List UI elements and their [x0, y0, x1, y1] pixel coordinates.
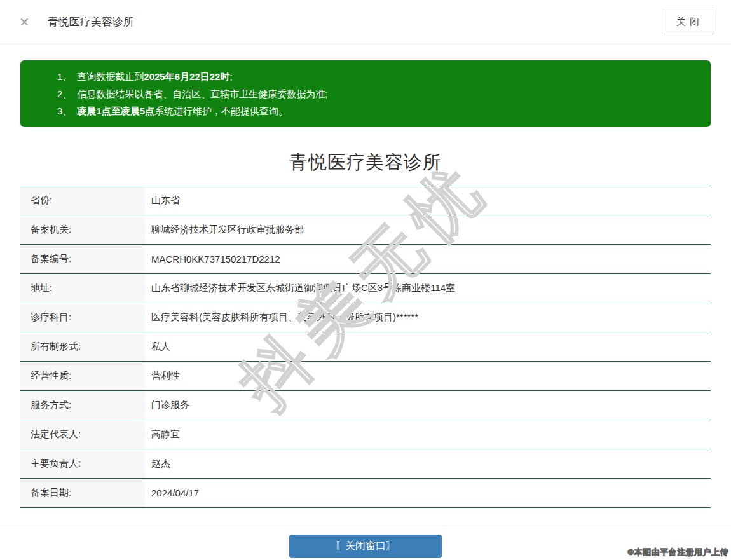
notice-banner: 1、查询数据截止到2025年6月22日22时;2、信息数据结果以各省、自治区、直… [20, 60, 711, 127]
row-label: 服务方式: [20, 391, 145, 420]
notice-item: 1、查询数据截止到2025年6月22日22时; [57, 68, 698, 85]
row-label: 省份: [20, 186, 145, 215]
row-label: 主要负责人: [20, 449, 145, 478]
row-value: 医疗美容科(美容皮肤科所有项目、美容外科一级所有项目)****** [145, 303, 711, 332]
row-value: 私人 [145, 332, 711, 361]
table-row: 省份:山东省 [20, 186, 711, 215]
row-label: 备案编号: [20, 245, 145, 273]
table-row: 主要负责人:赵杰 [20, 449, 711, 478]
header-bar: ✕ 青悦医疗美容诊所 关 闭 [0, 0, 731, 44]
table-row: 服务方式:门诊服务 [20, 390, 711, 420]
copyright-watermark: ©本图由平台注册用户上传 [627, 547, 728, 558]
row-label: 经营性质: [20, 362, 145, 390]
close-window-button[interactable]: 〖关闭窗口〗 [289, 535, 442, 558]
close-x-icon[interactable]: ✕ [19, 16, 30, 29]
table-row: 所有制形式:私人 [20, 332, 711, 361]
row-label: 备案日期: [20, 479, 145, 507]
table-row: 备案机关:聊城经济技术开发区行政审批服务部 [20, 215, 711, 244]
row-label: 法定代表人: [20, 420, 145, 449]
row-value: 山东省聊城经济技术开发区东城街道御润假日广场C区3号栋商业楼114室 [145, 274, 711, 303]
table-row: 备案编号:MACRH0KK737150217D2212 [20, 244, 711, 273]
row-label: 诊疗科目: [20, 303, 145, 332]
row-value: 营利性 [145, 362, 711, 390]
header-title: 青悦医疗美容诊所 [48, 15, 134, 29]
row-value: 赵杰 [145, 449, 711, 478]
row-label: 所有制形式: [20, 332, 145, 361]
close-button[interactable]: 关 闭 [662, 10, 714, 34]
row-value: 山东省 [145, 186, 711, 215]
row-value: MACRH0KK737150217D2212 [145, 245, 711, 273]
clinic-name-title: 青悦医疗美容诊所 [0, 150, 731, 175]
row-value: 2024/04/17 [145, 479, 711, 507]
table-row: 备案日期:2024/04/17 [20, 478, 711, 507]
row-label: 备案机关: [20, 215, 145, 244]
table-row: 诊疗科目:医疗美容科(美容皮肤科所有项目、美容外科一级所有项目)****** [20, 303, 711, 332]
record-modal: ✕ 青悦医疗美容诊所 关 闭 1、查询数据截止到2025年6月22日22时;2、… [0, 0, 731, 558]
table-row: 地址:山东省聊城经济技术开发区东城街道御润假日广场C区3号栋商业楼114室 [20, 273, 711, 303]
detail-table: 省份:山东省备案机关:聊城经济技术开发区行政审批服务部备案编号:MACRH0KK… [20, 186, 711, 508]
row-value: 高静宜 [145, 420, 711, 449]
notice-item: 3、凌晨1点至凌晨5点系统进行维护，不能提供查询。 [57, 102, 698, 120]
row-value: 聊城经济技术开发区行政审批服务部 [145, 215, 711, 244]
notice-item: 2、信息数据结果以各省、自治区、直辖市卫生健康委数据为准; [57, 85, 698, 102]
table-row: 法定代表人:高静宜 [20, 420, 711, 449]
footer-bar: 〖关闭窗口〗 [0, 526, 731, 558]
row-value: 门诊服务 [145, 391, 711, 420]
row-label: 地址: [20, 274, 145, 303]
table-row: 经营性质:营利性 [20, 361, 711, 390]
